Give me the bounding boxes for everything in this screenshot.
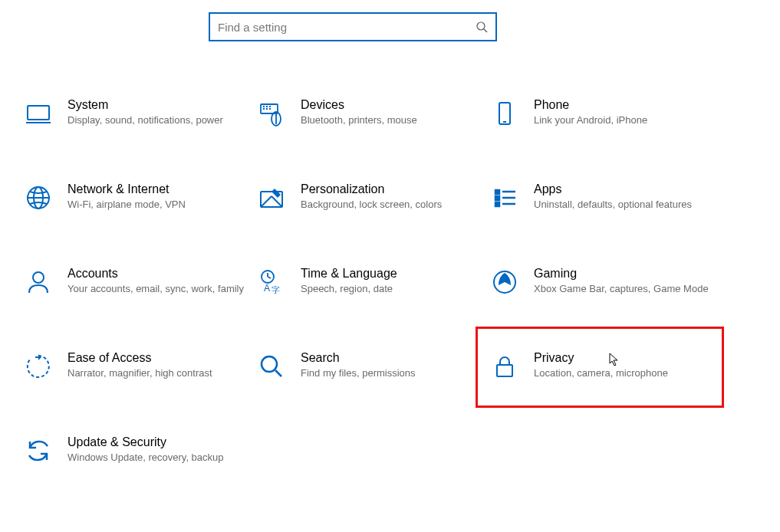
tile-desc: Location, camera, microphone bbox=[534, 366, 710, 380]
tile-title: Ease of Access bbox=[67, 351, 244, 365]
tile-title: Gaming bbox=[534, 267, 710, 281]
time-language-icon: A 字 bbox=[256, 267, 287, 297]
gaming-icon bbox=[489, 267, 520, 297]
tile-desc: Windows Update, recovery, backup bbox=[67, 451, 244, 465]
tile-title: Network & Internet bbox=[67, 182, 244, 196]
tile-search[interactable]: Search Find my files, permissions bbox=[252, 348, 482, 385]
tile-desc: Narrator, magnifier, high contrast bbox=[67, 366, 244, 380]
svg-line-1 bbox=[484, 29, 487, 32]
tile-title: Personalization bbox=[301, 182, 477, 196]
tile-gaming[interactable]: Gaming Xbox Game Bar, captures, Game Mod… bbox=[485, 264, 715, 300]
accounts-icon bbox=[23, 267, 54, 297]
search-input[interactable] bbox=[218, 21, 476, 34]
search-icon bbox=[476, 21, 488, 33]
tile-title: Phone bbox=[534, 98, 710, 112]
tile-accounts[interactable]: Accounts Your accounts, email, sync, wor… bbox=[18, 264, 248, 300]
tile-title: Apps bbox=[534, 182, 710, 196]
tile-apps[interactable]: Apps Uninstall, defaults, optional featu… bbox=[485, 179, 715, 216]
tile-desc: Display, sound, notifications, power bbox=[67, 113, 244, 127]
svg-rect-2 bbox=[28, 106, 49, 120]
tile-network[interactable]: Network & Internet Wi-Fi, airplane mode,… bbox=[18, 179, 248, 216]
tile-title: System bbox=[67, 98, 244, 112]
tile-personalization[interactable]: Personalization Background, lock screen,… bbox=[252, 179, 482, 216]
tile-title: Search bbox=[301, 351, 477, 365]
tile-time-language[interactable]: A 字 Time & Language Speech, region, date bbox=[252, 264, 482, 300]
tile-desc: Speech, region, date bbox=[301, 282, 477, 296]
svg-line-20 bbox=[272, 196, 282, 207]
svg-marker-34 bbox=[35, 354, 41, 360]
tile-title: Devices bbox=[301, 98, 477, 112]
tile-desc: Find my files, permissions bbox=[301, 366, 477, 380]
tile-phone[interactable]: Phone Link your Android, iPhone bbox=[485, 95, 715, 132]
svg-text:字: 字 bbox=[272, 285, 280, 294]
tile-title: Privacy bbox=[534, 351, 710, 365]
tile-desc: Your accounts, email, sync, work, family bbox=[67, 282, 244, 296]
apps-icon bbox=[489, 182, 520, 213]
ease-of-access-icon bbox=[23, 351, 54, 382]
svg-point-27 bbox=[33, 272, 44, 283]
tile-update-security[interactable]: Update & Security Windows Update, recove… bbox=[18, 432, 248, 469]
tile-desc: Uninstall, defaults, optional features bbox=[534, 198, 710, 212]
search-box[interactable] bbox=[209, 12, 497, 41]
tile-desc: Xbox Game Bar, captures, Game Mode bbox=[534, 282, 710, 296]
svg-line-36 bbox=[275, 370, 281, 376]
tile-desc: Wi-Fi, airplane mode, VPN bbox=[67, 198, 244, 212]
tile-privacy[interactable]: Privacy Location, camera, microphone bbox=[477, 328, 722, 406]
tile-desc: Background, lock screen, colors bbox=[301, 198, 477, 212]
magnifier-icon bbox=[256, 351, 287, 382]
update-icon bbox=[23, 435, 54, 466]
tile-system[interactable]: System Display, sound, notifications, po… bbox=[18, 95, 248, 132]
svg-line-19 bbox=[261, 196, 272, 207]
settings-grid: System Display, sound, notifications, po… bbox=[18, 95, 762, 469]
tile-desc: Bluetooth, printers, mouse bbox=[301, 113, 477, 127]
svg-point-35 bbox=[262, 356, 277, 372]
svg-rect-37 bbox=[497, 365, 512, 376]
svg-line-30 bbox=[268, 277, 271, 278]
tile-desc: Link your Android, iPhone bbox=[534, 113, 710, 127]
svg-rect-13 bbox=[499, 103, 510, 124]
personalization-icon bbox=[256, 182, 287, 213]
devices-icon bbox=[256, 98, 287, 129]
tile-ease-of-access[interactable]: Ease of Access Narrator, magnifier, high… bbox=[18, 348, 248, 385]
globe-icon bbox=[23, 182, 54, 213]
svg-rect-22 bbox=[495, 196, 499, 200]
tile-title: Update & Security bbox=[67, 435, 244, 449]
svg-text:A: A bbox=[264, 283, 270, 294]
system-icon bbox=[23, 98, 54, 129]
svg-rect-23 bbox=[495, 202, 499, 206]
tile-devices[interactable]: Devices Bluetooth, printers, mouse bbox=[252, 95, 482, 132]
svg-point-0 bbox=[477, 22, 485, 30]
tile-title: Time & Language bbox=[301, 267, 477, 281]
phone-icon bbox=[489, 98, 520, 129]
tile-title: Accounts bbox=[67, 267, 244, 281]
svg-rect-21 bbox=[495, 190, 499, 194]
lock-icon bbox=[489, 351, 520, 382]
